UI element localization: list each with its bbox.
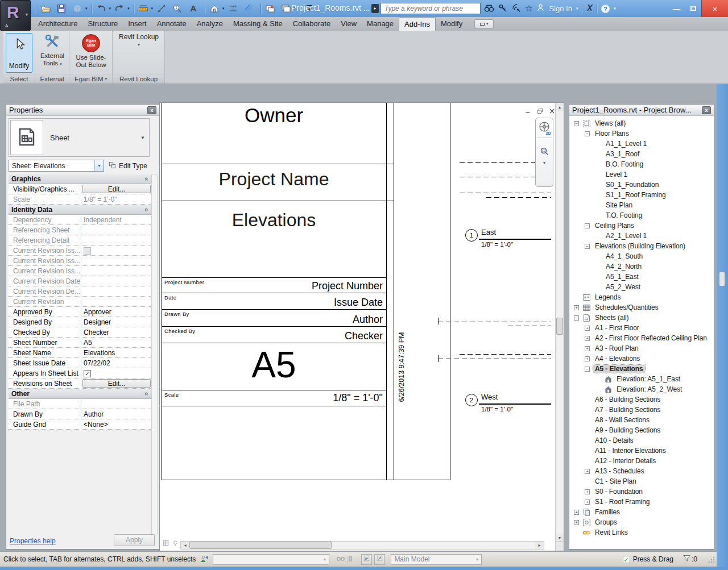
qat-save-button[interactable]	[55, 2, 70, 15]
title-expand-button[interactable]: ▸	[371, 4, 379, 13]
viewport-marker-west[interactable]: 2West1/8" = 1'-0"	[465, 394, 556, 413]
collapse-icon[interactable]: −	[585, 244, 590, 249]
collapse-icon[interactable]: −	[585, 223, 590, 228]
section-header-graphics[interactable]: Graphics«	[9, 174, 152, 184]
tree-item-a4-1-south[interactable]: A4_1_South	[569, 251, 714, 261]
tree-item-level-1[interactable]: Level 1	[569, 169, 714, 180]
type-selector[interactable]: Sheet ▼	[9, 118, 150, 157]
communication-center-icon[interactable]	[511, 3, 521, 14]
tree-item-a5-2-west[interactable]: A5_2_West	[569, 282, 714, 292]
reveal-hidden-elements-icon[interactable]	[172, 539, 179, 548]
panel-collapse-handle[interactable]	[719, 272, 725, 286]
tree-item-label[interactable]: Schedules/Quantities	[593, 303, 660, 311]
tree-item-label[interactable]: C1 - Site Plan	[593, 477, 638, 485]
qat-open-folder-button[interactable]	[39, 2, 54, 15]
property-checkbox[interactable]: ✓	[84, 370, 91, 377]
qat-default-3d-view-button[interactable]: ▾	[208, 2, 226, 15]
tree-item-label[interactable]: S0 - Foundation	[593, 488, 644, 496]
worksharing-display-icon[interactable]	[162, 539, 169, 548]
tree-item-ceiling-plans[interactable]: −Ceiling Plans	[569, 220, 714, 231]
tab-modify[interactable]: Modify	[436, 17, 468, 31]
resize-grip[interactable]	[708, 556, 714, 563]
property-edit-button[interactable]: Edit...	[82, 185, 151, 193]
tab-manage[interactable]: Manage	[362, 17, 399, 31]
tree-item-c1-site-plan[interactable]: C1 - Site Plan	[569, 476, 714, 486]
tree-item-label[interactable]: A3_1_Roof	[604, 150, 641, 158]
tree-item-a3-1-roof[interactable]: A3_1_Roof	[569, 149, 714, 159]
tree-item-elevations-building-elevation[interactable]: −Elevations (Building Elevation)	[569, 241, 714, 251]
qat-section-button[interactable]	[227, 2, 242, 15]
expand-icon[interactable]: +	[585, 326, 590, 331]
tree-item-label[interactable]: Level 1	[604, 170, 629, 178]
tree-item-elevation-a5-1-east[interactable]: Elevation: A5_1_East	[569, 374, 714, 384]
minimize-button[interactable]: —	[668, 0, 685, 17]
tree-item-views-all[interactable]: −Views (all)	[569, 118, 714, 128]
tree-item-label[interactable]: A11 - Interior Elevations	[593, 447, 668, 455]
instance-selector[interactable]: Sheet: Elevations ▼	[9, 160, 104, 172]
tree-item-a2-first-floor-reflected-ceiling-plan[interactable]: +A2 - First Floor Reflected Ceiling Plan	[569, 333, 714, 343]
tree-item-label[interactable]: A8 - Wall Sections	[593, 416, 651, 424]
tree-item-label[interactable]: S1 - Roof Framing	[593, 498, 651, 506]
property-edit-button[interactable]: Edit...	[82, 379, 151, 388]
collapse-icon[interactable]: −	[585, 367, 590, 372]
tree-item-a7-building-sections[interactable]: A7 - Building Sections	[569, 405, 714, 415]
tree-item-a5-1-east[interactable]: A5_1_East	[569, 272, 714, 282]
tree-item-a13-schedules[interactable]: +A13 - Schedules	[569, 466, 714, 476]
property-value[interactable]: Designer	[81, 317, 152, 327]
tree-item-groups[interactable]: +Groups	[569, 517, 714, 527]
tree-item-a4-2-north[interactable]: A4_2_North	[569, 261, 714, 272]
design-option-select[interactable]: Main Model ▼	[391, 554, 482, 565]
tree-item-label[interactable]: A2 - First Floor Reflected Ceiling Plan	[593, 334, 709, 342]
editing-requests[interactable]: :0	[336, 554, 352, 565]
tree-item-label[interactable]: Site Plan	[604, 201, 634, 209]
favorites-star-icon[interactable]: ☆	[525, 3, 532, 14]
press-and-drag-checkbox[interactable]: ✓	[623, 556, 630, 563]
tree-item-label[interactable]: A1_1_Level 1	[604, 140, 648, 148]
expand-icon[interactable]: +	[585, 500, 590, 505]
tree-item-a10-details[interactable]: A10 - Details	[569, 435, 714, 446]
expand-icon[interactable]: +	[585, 469, 590, 474]
qat-thin-lines-button[interactable]	[243, 2, 258, 15]
tree-item-s1-1-roof-framing[interactable]: S1_1_Roof Framing	[569, 190, 714, 200]
tree-item-a1-first-floor[interactable]: +A1 - First Floor	[569, 323, 714, 333]
subscription-key-icon[interactable]	[498, 3, 507, 14]
qat-text-button[interactable]: A	[187, 2, 202, 15]
property-value[interactable]: ✓	[81, 368, 152, 378]
search-input[interactable]	[380, 3, 481, 14]
tree-item-b-o-footing[interactable]: B.O. Footing	[569, 159, 714, 169]
scroll-left-arrow[interactable]: ◂	[181, 542, 189, 549]
expand-icon[interactable]: +	[574, 305, 579, 310]
property-value[interactable]: 07/22/02	[81, 358, 152, 368]
tree-item-legends[interactable]: Legends	[569, 292, 714, 302]
tree-item-label[interactable]: A10 - Details	[593, 436, 635, 444]
tree-item-label[interactable]: A1 - First Floor	[593, 324, 641, 332]
help-icon[interactable]: ?	[601, 5, 610, 13]
tree-item-label[interactable]: Legends	[593, 293, 622, 301]
close-icon[interactable]: x	[702, 106, 711, 114]
tree-item-t-o-footing[interactable]: T.O. Footing	[569, 210, 714, 220]
tree-item-label[interactable]: A7 - Building Sections	[593, 406, 662, 414]
expand-icon[interactable]: +	[585, 356, 590, 361]
press-and-drag-toggle[interactable]: ✓ Press & Drag	[623, 555, 673, 563]
tab-add-ins[interactable]: Add-Ins	[399, 17, 436, 31]
active-workset-select[interactable]: ▼	[213, 554, 329, 565]
qat-undo-button[interactable]: ▾	[95, 2, 113, 15]
tab-collaborate[interactable]: Collaborate	[288, 17, 336, 31]
tree-item-families[interactable]: +Families	[569, 507, 714, 517]
tree-item-label[interactable]: Elevation: A5_1_East	[615, 375, 682, 383]
tree-item-a6-building-sections[interactable]: A6 - Building Sections	[569, 394, 714, 405]
use-slide-out-below-button[interactable]: EganBIM Use Slide- Out Below	[71, 33, 111, 73]
tree-item-label[interactable]: S0_1_Foundation	[604, 181, 660, 189]
tree-item-label[interactable]: Sheets (all)	[593, 314, 631, 322]
tree-item-label[interactable]: Families	[593, 508, 622, 516]
external-tools-button[interactable]: External Tools ▾	[36, 33, 68, 73]
tab-annotate[interactable]: Annotate	[152, 17, 192, 31]
exchange-apps-icon[interactable]: X	[586, 3, 593, 14]
property-value[interactable]: Elevations	[81, 348, 152, 357]
tree-item-a4-elevations[interactable]: +A4 - Elevations	[569, 353, 714, 364]
revit-lookup-button[interactable]: Revit Lookup ▾	[114, 33, 164, 47]
collapse-icon[interactable]: −	[574, 121, 579, 126]
tree-item-label[interactable]: A9 - Building Sections	[593, 426, 662, 434]
tree-item-site-plan[interactable]: Site Plan	[569, 200, 714, 210]
tree-item-label[interactable]: A12 - Interior Details	[593, 457, 657, 465]
